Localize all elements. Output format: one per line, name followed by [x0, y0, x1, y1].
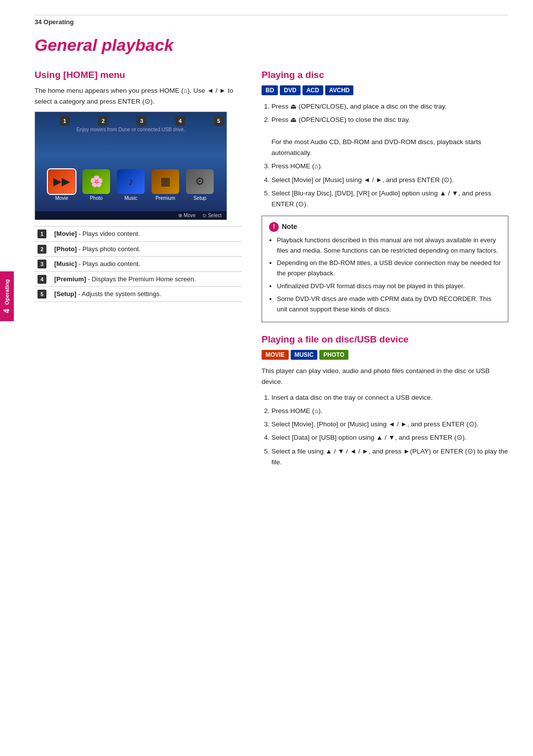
item-badge-2: 2	[38, 245, 46, 254]
premium-icon: ▦	[152, 169, 179, 194]
num-2: 2	[98, 116, 108, 126]
disc-step-1: Press ⏏ (OPEN/CLOSE), and place a disc o…	[271, 101, 508, 112]
table-row: 4 [Premium] - Displays the Premium Home …	[35, 271, 242, 287]
top-rule	[35, 15, 508, 15]
badge-cell-5: 5	[35, 287, 51, 302]
note-header: ! Note	[269, 221, 501, 232]
table-row: 1 [Movie] - Plays video content.	[35, 227, 242, 242]
num-3: 3	[137, 116, 147, 126]
table-row: 5 [Setup] - Adjusts the system settings.	[35, 287, 242, 302]
note-icon: !	[269, 222, 279, 232]
num-5: 5	[214, 116, 224, 126]
right-column: Playing a disc BD DVD ACD AVCHD Press ⏏ …	[262, 70, 508, 473]
home-menu-items-table: 1 [Movie] - Plays video content. 2 [Phot…	[35, 226, 242, 302]
item-badge-1: 1	[38, 229, 46, 238]
note-item-4: Some DVD-VR discs are made with CPRM dat…	[277, 294, 501, 315]
file-step-1: Insert a data disc on the tray or connec…	[271, 392, 508, 403]
note-list: Playback functions described in this man…	[269, 235, 501, 315]
movie-icon: ▶▶	[48, 169, 76, 194]
section-home-title: Using [HOME] menu	[35, 70, 242, 80]
disc-steps-list: Press ⏏ (OPEN/CLOSE), and place a disc o…	[262, 101, 508, 210]
item-text-5: [Setup] - Adjusts the system settings.	[51, 287, 242, 302]
disc-step-5: Select [Blu-ray Disc], [DVD], [VR] or [A…	[271, 188, 508, 210]
left-column: Using [HOME] menu The home menu appears …	[35, 70, 242, 473]
music-icon: ♪	[117, 169, 145, 194]
badge-cell-3: 3	[35, 257, 51, 272]
item-text-2: [Photo] - Plays photo content.	[51, 241, 242, 257]
avchd-badge: AVCHD	[325, 85, 354, 95]
music-badge: MUSIC	[291, 350, 318, 360]
item-text-4: [Premium] - Displays the Premium Home sc…	[51, 271, 242, 287]
two-column-layout: Using [HOME] menu The home menu appears …	[35, 70, 508, 473]
home-premium-icon-wrap: ▦ Premium	[152, 169, 179, 201]
acd-badge: ACD	[303, 85, 323, 95]
item-badge-4: 4	[38, 275, 46, 284]
file-step-4: Select [Data] or [USB] option using ▲ / …	[271, 432, 508, 443]
note-item-2: Depending on the BD-ROM titles, a USB de…	[277, 258, 501, 279]
home-photo-icon-wrap: 🌸 Photo	[82, 169, 110, 201]
file-steps-list: Insert a data disc on the tray or connec…	[262, 392, 508, 468]
item-badge-5: 5	[38, 290, 46, 299]
badge-cell-2: 2	[35, 241, 51, 257]
note-title: Note	[282, 221, 297, 232]
disc-format-badges: BD DVD ACD AVCHD	[262, 85, 508, 95]
home-move-label: ⊕ Move	[178, 213, 195, 218]
bd-badge: BD	[262, 85, 278, 95]
home-menu-screenshot: 1 2 3 4 5 Enjoy movies from Dune or conn…	[35, 112, 227, 220]
disc-step-3: Press HOME (⌂).	[271, 161, 508, 172]
playing-disc-title: Playing a disc	[262, 70, 508, 80]
home-music-icon-wrap: ♪ Music	[117, 169, 145, 201]
dvd-badge: DVD	[280, 85, 300, 95]
premium-label: Premium	[155, 195, 175, 201]
movie-badge: MOVIE	[262, 350, 289, 360]
home-movie-icon-wrap: ▶▶ Movie	[48, 169, 76, 201]
table-row: 2 [Photo] - Plays photo content.	[35, 241, 242, 257]
note-item-1: Playback functions described in this man…	[277, 235, 501, 256]
item-badge-3: 3	[38, 260, 46, 268]
setup-label: Setup	[193, 195, 206, 201]
photo-icon: 🌸	[82, 169, 110, 194]
item-text-3: [Music] - Plays audio content.	[51, 257, 242, 272]
page-title: General playback	[35, 36, 508, 55]
home-setup-icon-wrap: ⚙ Setup	[186, 169, 214, 201]
page-header: 34 Operating	[35, 18, 508, 26]
home-menu-tagline: Enjoy movies from Dune or connected USB …	[35, 127, 227, 132]
photo-badge: PHOTO	[319, 350, 348, 360]
file-step-5: Select a file using ▲ / ▼ / ◄ / ►, and p…	[271, 446, 508, 468]
file-format-badges: MOVIE MUSIC PHOTO	[262, 350, 508, 360]
playing-file-title: Playing a file on disc/USB device	[262, 334, 508, 345]
badge-cell-1: 1	[35, 227, 51, 242]
badge-cell-4: 4	[35, 271, 51, 287]
note-box: ! Note Playback functions described in t…	[262, 216, 508, 322]
music-label: Music	[124, 195, 137, 201]
num-4: 4	[175, 116, 185, 126]
note-item-3: Unfinalized DVD-VR format discs may not …	[277, 281, 501, 292]
table-row: 3 [Music] - Plays audio content.	[35, 257, 242, 272]
disc-step-2: Press ⏏ (OPEN/CLOSE) to close the disc t…	[271, 114, 508, 158]
item-text-1: [Movie] - Plays video content.	[51, 227, 242, 242]
home-menu-description: The home menu appears when you press HOM…	[35, 85, 242, 107]
home-select-label: ⊙ Select	[202, 213, 222, 218]
file-section-body: This player can play video, audio and ph…	[262, 366, 508, 387]
home-menu-icons: ▶▶ Movie 🌸 Photo ♪ Music ▦ Premium	[35, 169, 227, 201]
file-step-2: Press HOME (⌂).	[271, 406, 508, 416]
movie-label: Movie	[55, 195, 69, 201]
photo-label: Photo	[90, 195, 103, 201]
disc-step-4: Select [Movie] or [Music] using ◄ / ►, a…	[271, 175, 508, 186]
file-step-3: Select [Movie], [Photo] or [Music] using…	[271, 419, 508, 430]
setup-icon: ⚙	[186, 169, 214, 194]
num-1: 1	[60, 116, 70, 126]
home-menu-bottom-bar: ⊕ Move ⊙ Select	[35, 211, 227, 220]
